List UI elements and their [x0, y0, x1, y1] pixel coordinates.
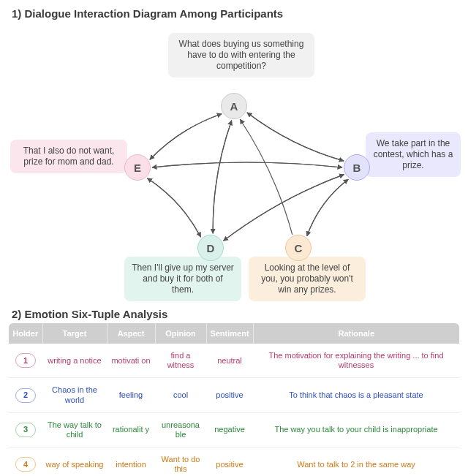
section1-title: 1) Dialogue Interaction Diagram Among Pa…	[0, 0, 468, 23]
cell-sentiment: positive	[206, 378, 253, 412]
th-aspect: Aspect	[107, 323, 155, 344]
cell-holder: 3	[9, 412, 42, 447]
table-row: 1writing a noticemotivati onfind a witne…	[9, 344, 459, 378]
edge-B-D	[224, 175, 344, 241]
cell-sentiment: negative	[206, 412, 253, 447]
cell-rationale: The way you talk to your child is inappr…	[253, 412, 459, 447]
node-b: B	[344, 154, 370, 181]
table-row: 2Chaos in the worldfeelingcoolpositiveTo…	[9, 378, 459, 412]
th-opinion: Opinion	[155, 323, 206, 344]
edge-A-E	[150, 114, 222, 160]
cell-target: Chaos in the world	[42, 378, 107, 412]
emotion-table: Holder Target Aspect Opinion Sentiment R…	[9, 323, 459, 476]
cell-holder: 4	[9, 447, 42, 476]
table-header-row: Holder Target Aspect Opinion Sentiment R…	[9, 323, 459, 344]
holder-badge: 2	[15, 388, 36, 403]
node-c: C	[285, 235, 312, 261]
edge-B-C	[307, 179, 348, 236]
emotion-table-wrap: Holder Target Aspect Opinion Sentiment R…	[0, 323, 468, 476]
cell-opinion: cool	[155, 378, 206, 412]
interaction-diagram: What does buying us something have to do…	[0, 23, 468, 301]
holder-badge: 1	[15, 353, 36, 368]
edge-D-A	[213, 121, 232, 234]
cell-sentiment: neutral	[206, 344, 253, 378]
cell-rationale: The motivation for explaining the writin…	[253, 344, 459, 378]
table-row: 4way of speakingintentionWant to do this…	[9, 447, 459, 476]
edge-C-A	[240, 119, 292, 235]
edge-B-A	[247, 113, 344, 161]
holder-badge: 3	[15, 423, 36, 437]
cell-sentiment: positive	[206, 447, 253, 476]
cell-opinion: unreasona ble	[155, 412, 206, 447]
edge-D-E	[147, 178, 200, 237]
table-row: 3The way talk to childrationalit yunreas…	[9, 412, 459, 447]
cell-target: way of speaking	[42, 447, 107, 476]
edge-E-D	[147, 178, 200, 237]
cell-aspect: feeling	[107, 378, 155, 412]
cell-aspect: intention	[107, 447, 155, 476]
node-a: A	[221, 93, 247, 119]
edge-B-E	[152, 162, 342, 167]
edge-E-A	[150, 114, 222, 160]
speech-b: We take part in the contest, which has a…	[366, 132, 461, 177]
holder-badge: 4	[15, 457, 36, 472]
section2-title: 2) Emotion Six-Tuple Analysis	[0, 301, 468, 323]
speech-a: What does buying us something have to do…	[168, 33, 314, 78]
cell-aspect: motivati on	[107, 344, 155, 378]
cell-rationale: Want to talk to 2 in the same way	[253, 447, 459, 476]
edge-D-B	[224, 175, 344, 241]
th-sentiment: Sentiment	[206, 323, 253, 344]
edge-A-B	[247, 113, 344, 161]
cell-holder: 1	[9, 344, 42, 378]
edge-A-D	[213, 121, 232, 234]
cell-aspect: rationalit y	[107, 412, 155, 447]
cell-target: writing a notice	[42, 344, 107, 378]
cell-rationale: To think that chaos is a pleasant state	[253, 378, 459, 412]
th-rationale: Rationale	[253, 323, 459, 344]
speech-e: That I also do not want, prize for mom a…	[10, 140, 127, 173]
edge-C-B	[307, 179, 348, 236]
speech-d: Then I'll give up my server and buy it f…	[124, 257, 241, 301]
th-target: Target	[42, 323, 107, 344]
node-e: E	[124, 154, 151, 181]
cell-opinion: Want to do this	[155, 447, 206, 476]
th-holder: Holder	[9, 323, 42, 344]
edge-E-B	[152, 162, 342, 167]
cell-holder: 2	[9, 378, 42, 412]
node-d: D	[197, 235, 224, 261]
speech-c: Looking at the level of you, you probabl…	[249, 257, 366, 301]
cell-opinion: find a witness	[155, 344, 206, 378]
cell-target: The way talk to child	[42, 412, 107, 447]
